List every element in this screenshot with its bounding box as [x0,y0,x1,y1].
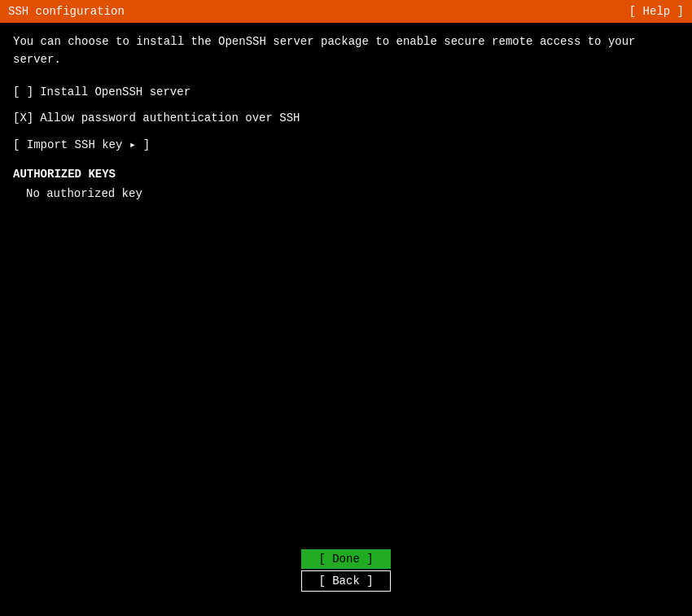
description-text: You can choose to install the OpenSSH se… [13,33,679,69]
main-content: You can choose to install the OpenSSH se… [0,23,692,210]
title-bar: SSH configuration [ Help ] [0,0,692,23]
authorized-keys-title: AUTHORIZED KEYS [13,168,679,181]
install-checkbox-label: Install OpenSSH server [40,85,191,98]
done-button[interactable]: [ Done ] [301,549,391,569]
password-checkbox-label: Allow password authentication over SSH [40,111,300,125]
password-checkbox-bracket: [X] [13,111,33,125]
import-ssh-key-label: [ Import SSH key ▸ ] [13,138,150,151]
install-checkbox-bracket: [ ] [13,85,33,98]
back-button[interactable]: [ Back ] [301,570,391,592]
no-authorized-key-text: No authorized key [13,187,679,200]
password-auth-checkbox[interactable]: [X] Allow password authentication over S… [13,111,679,125]
window-title: SSH configuration [8,5,125,18]
install-openssh-checkbox[interactable]: [ ] Install OpenSSH server [13,85,679,98]
import-ssh-key-link[interactable]: [ Import SSH key ▸ ] [13,138,150,151]
help-button[interactable]: [ Help ] [629,5,684,18]
button-area: [ Done ] [ Back ] [301,549,391,592]
